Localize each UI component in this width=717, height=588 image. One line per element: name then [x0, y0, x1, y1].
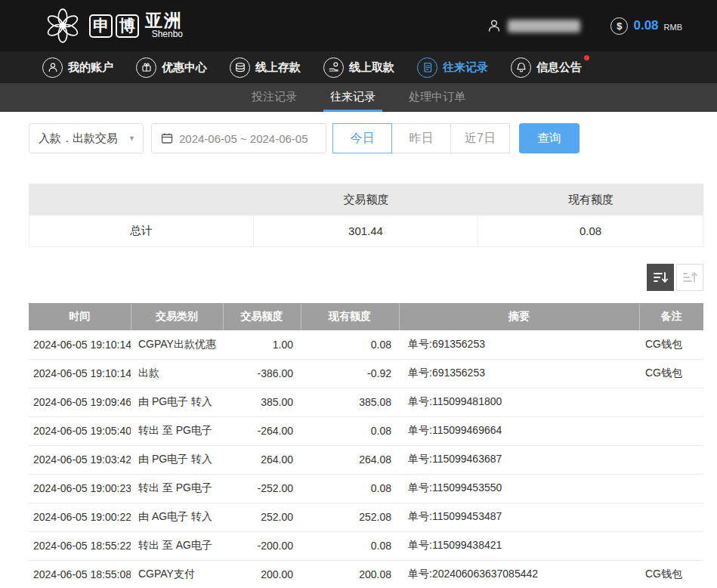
transactions-tbody: 2024-06-05 19:10:14CGPAY出款优惠1.000.08单号:6… — [29, 330, 703, 588]
time-cell: 2024-06-05 19:10:14 — [29, 330, 131, 359]
sort-descending-icon — [653, 270, 668, 285]
sort-ascending-button[interactable] — [676, 264, 703, 291]
transactions-table: 时间 交易类别 交易额度 现有额度 摘要 备注 2024-06-05 19:10… — [29, 303, 703, 588]
type-cell: 转出 至 PG电子 — [131, 474, 223, 503]
remark-cell — [639, 416, 703, 445]
sort-controls — [0, 264, 703, 291]
time-cell: 2024-06-05 18:55:08 — [29, 560, 131, 588]
table-header-row: 时间 交易类别 交易额度 现有额度 摘要 备注 — [29, 303, 703, 330]
col-header-type: 交易类别 — [131, 303, 223, 330]
nav-label: 优惠中心 — [162, 60, 207, 75]
type-cell: 由 PG电子 转入 — [131, 445, 223, 474]
balance-cell: -0.92 — [301, 359, 399, 388]
summary-cell: 单号:691356253 — [399, 330, 639, 359]
summary-header-transaction-amount: 交易额度 — [254, 184, 478, 215]
time-cell: 2024-06-05 19:00:23 — [29, 474, 131, 503]
amount-cell: -200.00 — [223, 531, 301, 560]
nav-label: 我的账户 — [68, 60, 113, 75]
main-nav: 我的账户 优惠中心 线上存款 线上取款 往来记录 信息公告 — [0, 51, 717, 83]
col-header-summary: 摘要 — [399, 303, 639, 330]
col-header-remark: 备注 — [639, 303, 703, 330]
yesterday-button[interactable]: 昨日 — [391, 123, 451, 153]
balance-cell: 385.08 — [301, 388, 399, 416]
sort-descending-button[interactable] — [647, 264, 674, 291]
remark-cell — [639, 474, 703, 503]
sub-nav: 投注记录 往来记录 处理中订单 — [0, 83, 717, 112]
summary-cell: 单号:115099469664 — [399, 416, 639, 445]
notification-badge — [584, 55, 589, 60]
today-button[interactable]: 今日 — [332, 123, 392, 153]
balance-cell: 0.08 — [301, 474, 399, 503]
type-cell: 由 PG电子 转入 — [131, 388, 223, 416]
username-redacted — [508, 20, 580, 32]
chevron-down-icon: ▼ — [128, 135, 135, 142]
summary-cell: 单号:115099453550 — [399, 474, 639, 503]
quick-range-group: 今日 昨日 近7日 — [332, 123, 510, 153]
remark-cell — [639, 388, 703, 416]
time-cell: 2024-06-05 19:00:22 — [29, 503, 131, 531]
transaction-type-select[interactable]: 入款．出款交易 ▼ — [29, 123, 144, 153]
nav-label: 信息公告 — [536, 60, 582, 75]
nav-item-deposit[interactable]: 线上存款 — [230, 57, 301, 78]
nav-item-my-account[interactable]: 我的账户 — [42, 57, 113, 78]
date-range-value: 2024-06-05 ~ 2024-06-05 — [179, 132, 308, 145]
amount-cell: 252.00 — [223, 503, 301, 531]
transaction-row: 2024-06-05 19:03:42由 PG电子 转入264.00264.08… — [29, 445, 703, 474]
flower-logo-icon — [44, 7, 82, 45]
last-7-days-button[interactable]: 近7日 — [450, 123, 510, 153]
amount-cell: -264.00 — [223, 416, 301, 445]
type-cell: 转出 至 PG电子 — [131, 416, 223, 445]
transaction-row: 2024-06-05 19:00:22由 AG电子 转入252.00252.08… — [29, 503, 703, 531]
summary-cell: 单号:115099481800 — [399, 388, 639, 416]
time-cell: 2024-06-05 19:05:40 — [29, 416, 131, 445]
transaction-row: 2024-06-05 19:09:46由 PG电子 转入385.00385.08… — [29, 388, 703, 416]
balance-cell: 0.08 — [301, 416, 399, 445]
summary-current-balance: 0.08 — [478, 215, 703, 247]
remark-cell — [639, 531, 703, 560]
summary-header-empty — [29, 184, 254, 215]
hand-withdraw-icon — [323, 57, 344, 78]
logo-region: 亚洲 — [145, 11, 183, 29]
wallet-balance[interactable]: $ 0.08 RMB — [610, 17, 682, 35]
summary-cell: 单号:115099463687 — [399, 445, 639, 474]
remark-cell: CG钱包 — [639, 359, 703, 388]
tab-betting-records[interactable]: 投注记录 — [245, 83, 304, 112]
summary-transaction-total: 301.44 — [254, 215, 478, 247]
balance-cell: 264.08 — [301, 445, 399, 474]
transaction-row: 2024-06-05 18:55:08CGPAY支付200.00200.08单号… — [29, 560, 703, 588]
col-header-time: 时间 — [29, 303, 131, 330]
nav-item-records[interactable]: 往来记录 — [417, 57, 488, 78]
date-range-picker[interactable]: 2024-06-05 ~ 2024-06-05 — [151, 123, 326, 153]
query-button[interactable]: 查询 — [519, 123, 579, 153]
nav-item-announcements[interactable]: 信息公告 — [511, 57, 582, 78]
user-account[interactable] — [487, 18, 580, 33]
summary-cell: 单号:691356253 — [399, 359, 639, 388]
balance-cell: 200.08 — [301, 560, 399, 588]
balance-cell: 252.08 — [301, 503, 399, 531]
summary-cell: 单号:115099453487 — [399, 503, 639, 531]
summary-total-label: 总计 — [29, 215, 254, 247]
type-cell: CGPAY出款优惠 — [131, 330, 223, 359]
nav-label: 往来记录 — [443, 60, 488, 75]
calendar-icon — [161, 132, 173, 144]
amount-cell: 264.00 — [223, 445, 301, 474]
sort-ascending-icon — [682, 270, 697, 285]
tab-transaction-records[interactable]: 往来记录 — [323, 83, 382, 112]
logo-char-shen: 申 — [89, 14, 113, 38]
transaction-row: 2024-06-05 19:00:23转出 至 PG电子-252.000.08单… — [29, 474, 703, 503]
transaction-row: 2024-06-05 19:10:14出款-386.00-0.92单号:6913… — [29, 359, 703, 388]
brand-logo[interactable]: 申 博 亚洲 Shenbo — [44, 7, 183, 45]
amount-cell: -386.00 — [223, 359, 301, 388]
amount-cell: 200.00 — [223, 560, 301, 588]
logo-char-bo: 博 — [116, 14, 139, 38]
type-cell: 转出 至 AG电子 — [131, 531, 223, 560]
time-cell: 2024-06-05 19:09:46 — [29, 388, 131, 416]
remark-cell — [639, 445, 703, 474]
records-document-icon — [417, 57, 437, 78]
nav-item-withdraw[interactable]: 线上取款 — [323, 57, 394, 78]
tab-processing-orders[interactable]: 处理中订单 — [402, 83, 472, 112]
time-cell: 2024-06-05 19:03:42 — [29, 445, 131, 474]
coins-deposit-icon — [230, 57, 250, 78]
nav-item-promotions[interactable]: 优惠中心 — [136, 57, 207, 78]
remark-cell: CG钱包 — [639, 560, 703, 588]
